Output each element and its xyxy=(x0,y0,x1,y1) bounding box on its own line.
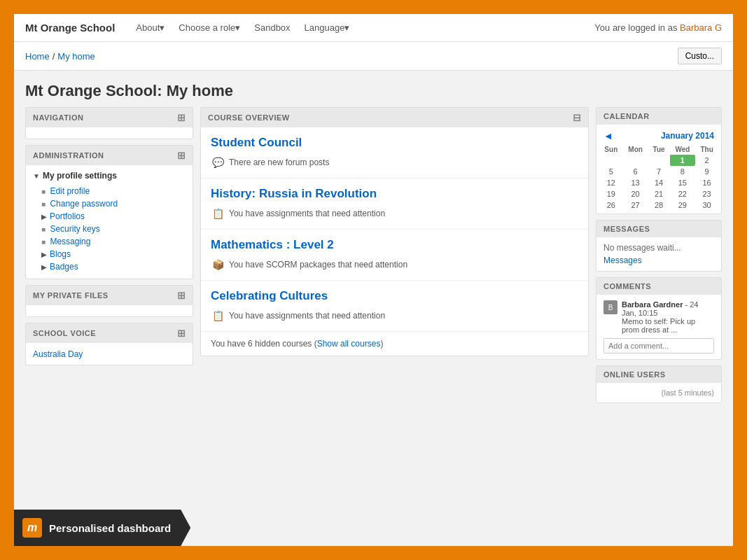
bullet-icon: ■ xyxy=(41,225,46,233)
security-keys-link[interactable]: Security keys xyxy=(50,224,99,234)
nav-sandbox[interactable]: Sandbox xyxy=(254,22,290,33)
school-voice-label: SCHOOL VOICE xyxy=(33,329,96,337)
celebrating-cultures-status: 📋 You have assignments that need attenti… xyxy=(211,309,578,323)
nav-choose-role[interactable]: Choose a role▾ xyxy=(179,22,240,33)
login-prefix: You are logged in as xyxy=(594,22,680,33)
calendar-day[interactable]: 12 xyxy=(599,177,623,188)
navigation-panel-body xyxy=(26,127,193,139)
admin-item-edit-profile: ■ Edit profile xyxy=(33,185,186,197)
show-all-courses-link[interactable]: Show all courses xyxy=(317,339,381,349)
school-voice-icon[interactable]: ⊞ xyxy=(177,328,186,339)
arrow-icon: ▶ xyxy=(41,213,47,220)
calendar-day[interactable]: 14 xyxy=(648,177,670,188)
admin-item-security-keys: ■ Security keys xyxy=(33,223,186,235)
arrow-icon: ▶ xyxy=(41,251,47,258)
brand-name: Mt Orange School xyxy=(25,22,115,34)
topnav-login-info: You are logged in as Barbara G xyxy=(594,22,722,33)
australia-day-link[interactable]: Australia Day xyxy=(33,349,83,359)
username-link[interactable]: Barbara G xyxy=(680,22,722,33)
calendar-day[interactable]: 28 xyxy=(648,200,670,211)
student-council-status: 💬 There are new forum posts xyxy=(211,155,578,169)
school-voice-header: SCHOOL VOICE ⊞ xyxy=(26,323,193,343)
hidden-courses-row: You have 6 hidden courses (Show all cour… xyxy=(201,332,588,356)
right-column: CALENDAR ◄ January 2014 Sun Mon xyxy=(596,107,722,403)
nav-about[interactable]: About▾ xyxy=(136,22,165,33)
calendar-day[interactable]: 26 xyxy=(599,200,623,211)
edit-profile-link[interactable]: Edit profile xyxy=(50,186,90,196)
mathematics-title[interactable]: Mathematics : Level 2 xyxy=(211,238,578,252)
history-title[interactable]: History: Russia in Revolution xyxy=(211,187,578,201)
comment-text-body: Memo to self: Pick up prom dress at ... xyxy=(622,317,714,334)
add-comment-input[interactable] xyxy=(603,338,714,354)
calendar-day[interactable]: 15 xyxy=(670,177,696,188)
history-status: 📋 You have assignments that need attenti… xyxy=(211,206,578,220)
calendar-day[interactable]: 30 xyxy=(695,200,718,211)
calendar-day[interactable]: 2 xyxy=(695,155,718,166)
calendar-day[interactable]: 22 xyxy=(670,188,696,200)
badges-link[interactable]: Badges xyxy=(50,262,78,272)
breadcrumb-bar: Home / My home Custo... xyxy=(14,42,733,71)
calendar-day[interactable]: 23 xyxy=(695,188,718,200)
calendar-day[interactable]: 27 xyxy=(623,200,648,211)
comment-content: Barbara Gardner - 24 Jan, 10:15 Memo to … xyxy=(622,300,714,334)
breadcrumb-current[interactable]: My home xyxy=(57,51,95,62)
calendar-day[interactable]: 13 xyxy=(623,177,648,188)
left-column: NAVIGATION ⊞ ADMINISTRATION ⊞ ▼ My profi xyxy=(25,107,193,403)
calendar-day xyxy=(623,155,648,166)
mathematics-status-text: You have SCORM packages that need attent… xyxy=(229,260,407,270)
navigation-panel-header: NAVIGATION ⊞ xyxy=(26,108,193,127)
change-password-link[interactable]: Change password xyxy=(50,199,118,209)
bottom-banner: m Personalised dashboard xyxy=(14,510,190,546)
comment-author: Barbara Gardner xyxy=(622,300,683,309)
calendar-day[interactable]: 6 xyxy=(623,166,648,177)
calendar-day[interactable]: 8 xyxy=(670,166,696,177)
calendar-day xyxy=(648,155,670,166)
calendar-prev-arrow[interactable]: ◄ xyxy=(603,130,613,141)
breadcrumb: Home / My home xyxy=(25,51,95,62)
mathematics-status: 📦 You have SCORM packages that need atte… xyxy=(211,258,578,272)
messages-link[interactable]: Messages xyxy=(603,255,642,265)
student-council-status-text: There are new forum posts xyxy=(229,158,329,167)
nav-language[interactable]: Language▾ xyxy=(305,22,350,33)
banner-text: Personalised dashboard xyxy=(49,522,171,534)
student-council-title[interactable]: Student Council xyxy=(211,136,578,150)
online-users-header: ONLINE USERS xyxy=(596,366,721,383)
private-files-panel: MY PRIVATE FILES ⊞ xyxy=(25,285,193,317)
calendar-day[interactable]: 7 xyxy=(648,166,670,177)
comments-panel: COMMENTS B Barbara Gardner - 24 Jan, 10:… xyxy=(596,277,722,360)
messaging-link[interactable]: Messaging xyxy=(50,237,90,246)
calendar-day[interactable]: 9 xyxy=(695,166,718,177)
calendar-body: ◄ January 2014 Sun Mon Tue Wed Thu xyxy=(596,125,721,214)
calendar-day[interactable]: 19 xyxy=(599,188,623,200)
main-container: Home / My home Custo... Mt Orange School… xyxy=(14,42,733,546)
calendar-day[interactable]: 5 xyxy=(599,166,623,177)
celebrating-cultures-title[interactable]: Celebrating Cultures xyxy=(211,289,578,303)
admin-section-title: My profile settings xyxy=(43,171,117,181)
portfolios-link[interactable]: Portfolios xyxy=(50,211,85,221)
calendar-day[interactable]: 29 xyxy=(670,200,696,211)
calendar-day[interactable]: 16 xyxy=(695,177,718,188)
calendar-day[interactable]: 20 xyxy=(623,188,648,200)
course-overview-icon[interactable]: ⊟ xyxy=(573,112,582,123)
customize-button[interactable]: Custo... xyxy=(678,48,722,64)
no-messages-text: No messages waiti... xyxy=(603,243,714,253)
private-files-icon[interactable]: ⊞ xyxy=(177,290,186,301)
calendar-day[interactable]: 1 xyxy=(670,155,696,166)
administration-label: ADMINISTRATION xyxy=(33,151,104,160)
blogs-link[interactable]: Blogs xyxy=(50,249,71,259)
private-files-body xyxy=(26,305,193,316)
calendar-day[interactable]: 21 xyxy=(648,188,670,200)
course-item-mathematics: Mathematics : Level 2 📦 You have SCORM p… xyxy=(201,230,588,281)
navigation-icon[interactable]: ⊞ xyxy=(177,112,186,123)
comment-avatar: B xyxy=(603,300,617,314)
messages-body: No messages waiti... Messages xyxy=(596,237,721,271)
calendar-header: CALENDAR xyxy=(596,108,721,125)
administration-icon[interactable]: ⊞ xyxy=(177,150,186,161)
page-title-bar: Mt Orange School: My home xyxy=(14,71,733,107)
main-wrapper: Mt Orange School About▾ Choose a role▾ S… xyxy=(14,14,733,546)
middle-column: COURSE OVERVIEW ⊟ Student Council 💬 Ther… xyxy=(200,107,589,403)
breadcrumb-home[interactable]: Home xyxy=(25,51,50,62)
hidden-courses-text: You have 6 hidden courses ( xyxy=(211,339,317,349)
comments-header: COMMENTS xyxy=(596,278,721,295)
arrow-icon: ▶ xyxy=(41,263,47,271)
